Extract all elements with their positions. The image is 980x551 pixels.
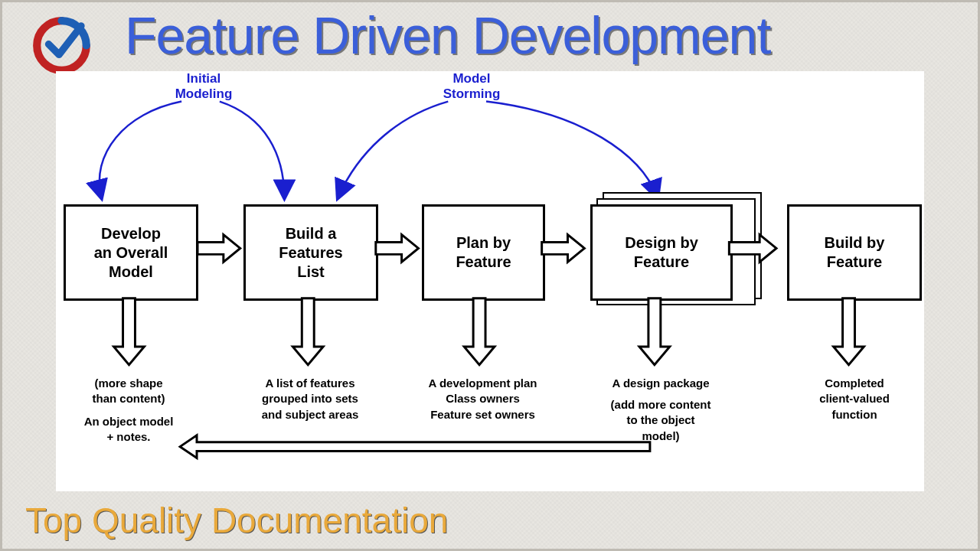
output-step1-a: (more shapethan content) (67, 376, 190, 407)
page-subtitle: Top Quality Documentation (25, 500, 448, 541)
output-step4-b: (add more contentto the objectmodel) (592, 397, 730, 444)
page-title: Feature Driven Development (125, 5, 770, 65)
output-step4-a: A design package (592, 376, 730, 391)
output-step3: A development planClass ownersFeature se… (404, 376, 561, 422)
logo-icon (25, 13, 98, 78)
slide-frame: Feature Driven Development Top Quality D… (0, 0, 980, 551)
output-step2: A list of featuresgrouped into setsand s… (234, 376, 387, 422)
output-step5: Completedclient-valuedfunction (789, 376, 920, 422)
output-step1-b: An object model+ notes. (67, 414, 190, 445)
fdd-diagram: InitialModeling ModelStorming Developan … (56, 71, 924, 491)
